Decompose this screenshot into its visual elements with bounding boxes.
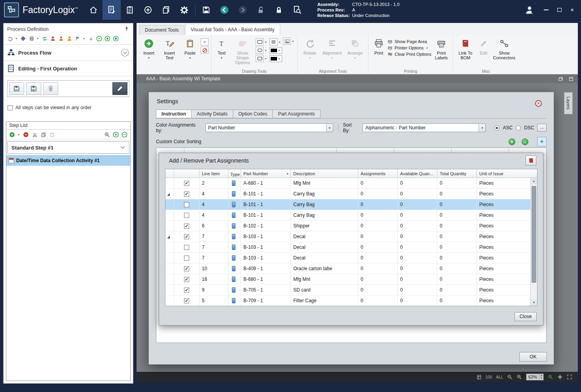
cut-button[interactable]: [31, 131, 38, 138]
chevron-down-icon[interactable]: [120, 146, 125, 149]
ok-button[interactable]: OK: [519, 352, 547, 362]
chevron-down-icon[interactable]: ▼: [36, 37, 40, 40]
expander-icon[interactable]: ◢: [167, 235, 170, 239]
find-step-button[interactable]: [104, 131, 110, 138]
show-shape-options-button[interactable]: Show Shape Options: [230, 36, 255, 65]
chevron-down-icon[interactable]: ▼: [15, 37, 18, 40]
checkbox-column-header[interactable]: [174, 169, 199, 178]
fill-color-picker[interactable]: ▼: [270, 47, 282, 54]
lock-icon[interactable]: [270, 0, 288, 20]
asc-radio[interactable]: [494, 125, 499, 131]
column-assignments[interactable]: Assignments: [358, 169, 398, 178]
part-row[interactable]: ✓10B-409 - 1Oracle carton labe000Pieces: [165, 263, 537, 274]
column-part-number[interactable]: Part Number▲: [241, 169, 291, 178]
forward-button[interactable]: [234, 0, 252, 20]
order-checkbox[interactable]: [8, 105, 13, 110]
print-button[interactable]: Print: [371, 36, 387, 55]
delete-step-button[interactable]: [43, 82, 58, 95]
column-description[interactable]: Description: [291, 169, 358, 178]
dock-window-icon[interactable]: [568, 76, 574, 81]
home-button[interactable]: [84, 0, 103, 20]
tab-instruction[interactable]: Instruction: [156, 110, 192, 118]
dsc-radio[interactable]: [516, 125, 521, 131]
scroll-up-icon[interactable]: ▲: [531, 178, 537, 184]
close-popup-button[interactable]: Close: [515, 312, 537, 321]
add-step-button[interactable]: [9, 131, 15, 138]
column-available-quantity[interactable]: Available Quan...: [398, 169, 437, 178]
row-checkbox[interactable]: [184, 213, 189, 218]
save-button[interactable]: [197, 0, 215, 20]
print-labels-button[interactable]: Print Labels: [432, 36, 450, 60]
part-row[interactable]: ◢✓4B-101 - 1Carry Bag000Pieces: [165, 189, 537, 199]
rectangle-shape-button[interactable]: [256, 38, 264, 45]
user-remove-icon[interactable]: [49, 35, 56, 42]
zoom-level-spinner[interactable]: 62% ▲▼: [526, 373, 544, 381]
process-flow-row[interactable]: Process Flow: [4, 45, 133, 61]
pin-icon[interactable]: [124, 26, 129, 32]
play-icon[interactable]: [96, 35, 103, 42]
alignment-button[interactable]: Alignment▼: [321, 36, 344, 61]
import-step-button[interactable]: [26, 82, 41, 95]
process-definition-button[interactable]: [103, 0, 121, 20]
rounded-rect-shape-button[interactable]: [256, 55, 264, 62]
line-style-button[interactable]: [270, 38, 277, 45]
clipboard-button[interactable]: [121, 0, 139, 20]
row-checkbox[interactable]: [184, 245, 189, 250]
row-checkbox[interactable]: ✓: [184, 277, 189, 282]
user-logout-icon[interactable]: [525, 5, 535, 15]
chevron-down-icon[interactable]: ▼: [83, 37, 86, 40]
chevron-down-icon[interactable]: ▼: [17, 133, 21, 136]
back-button[interactable]: [215, 0, 234, 20]
print-icon[interactable]: [28, 35, 35, 42]
collapse-all-button[interactable]: [121, 131, 128, 138]
target-button[interactable]: [139, 0, 157, 20]
user-icon[interactable]: [58, 35, 65, 42]
close-window-button[interactable]: ×: [570, 8, 574, 12]
column-total-quantity[interactable]: Total Quantity: [437, 169, 477, 178]
expand-all-button[interactable]: [112, 131, 119, 138]
record-icon[interactable]: [104, 35, 111, 42]
arrange-button[interactable]: Arrange▼: [344, 36, 366, 61]
scroll-down-icon[interactable]: ▼: [531, 299, 537, 306]
link-to-bom-button[interactable]: Link To BOM: [456, 36, 475, 60]
zoom-spin-buttons[interactable]: ▲▼: [539, 374, 543, 380]
tab-document-tools[interactable]: Document Tools: [139, 25, 184, 35]
part-row[interactable]: 7B-103 - 1Decal000Pieces: [165, 253, 537, 263]
add-part-assignment-button[interactable]: +: [537, 137, 547, 146]
row-checkbox[interactable]: [184, 256, 189, 261]
column-type[interactable]: Type: [228, 169, 241, 178]
row-checkbox[interactable]: ✓: [184, 266, 189, 271]
part-row[interactable]: ✓2A-680 - 1Mfg Mnl000Pieces: [165, 178, 537, 189]
undo-icon[interactable]: [7, 35, 13, 42]
collapse-circle-icon[interactable]: [121, 48, 129, 57]
zoom-in-icon[interactable]: [516, 374, 522, 380]
zoom-out-icon[interactable]: [507, 374, 513, 380]
expand-view-icon[interactable]: [567, 374, 572, 380]
column-line-item[interactable]: Line Item: [199, 169, 228, 178]
cancel-button[interactable]: [201, 47, 209, 54]
delete-shape-button[interactable]: ×: [201, 38, 209, 45]
part-row[interactable]: ✓6B-102 - 1Shipper000Pieces: [165, 221, 537, 231]
row-checkbox[interactable]: ✓: [184, 288, 189, 293]
part-row[interactable]: ✓16B-680 - 1Mfg Mnl000Pieces: [165, 274, 537, 285]
chevron-down-icon[interactable]: ▼: [326, 124, 333, 132]
row-checkbox[interactable]: ✓: [184, 223, 189, 229]
step-header[interactable]: Standard Step #1: [7, 141, 129, 154]
paste-button[interactable]: Paste▼: [180, 36, 200, 61]
stop-icon[interactable]: [112, 35, 119, 42]
arrow-down-icon[interactable]: [87, 35, 94, 42]
tab-option-codes[interactable]: Option Codes: [233, 110, 273, 118]
audit-search-button[interactable]: [288, 0, 306, 20]
insert-text-button[interactable]: T Insert Text: [159, 36, 179, 60]
sync-icon[interactable]: [41, 35, 48, 42]
row-checkbox[interactable]: ✓: [184, 181, 189, 186]
chevron-down-icon[interactable]: ▼: [478, 124, 485, 132]
crosshair-icon[interactable]: [557, 374, 563, 380]
remove-step-button[interactable]: [23, 131, 29, 138]
part-row[interactable]: 4B-101 - 1Carry Bag000Pieces: [165, 199, 537, 210]
clear-print-options-option[interactable]: Clear Print Options: [387, 52, 431, 57]
flag-icon[interactable]: [74, 35, 81, 42]
insert-button[interactable]: Insert▼: [139, 36, 159, 61]
apply-color-button[interactable]: →: [522, 138, 528, 145]
row-checkbox[interactable]: [184, 202, 189, 207]
